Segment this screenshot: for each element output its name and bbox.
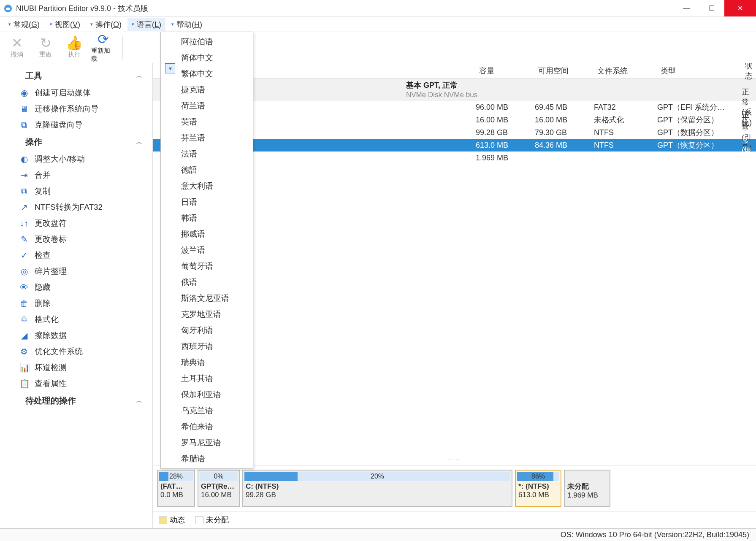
language-option[interactable]: 芬兰语 bbox=[161, 130, 253, 146]
sidebar-item[interactable]: 👁隐藏 bbox=[0, 279, 152, 295]
minimize-button[interactable]: — bbox=[674, 0, 699, 16]
language-option[interactable]: 阿拉伯语 bbox=[161, 34, 253, 50]
sidebar-item[interactable]: ♲格式化 bbox=[0, 311, 152, 327]
sidebar-icon: ↗ bbox=[19, 202, 29, 212]
disk-map: 28%(FAT…0.0 MB0%GPT(Re…16.00 MB20%C: (NT… bbox=[153, 465, 756, 511]
sidebar-item[interactable]: 📋查看属性 bbox=[0, 376, 152, 392]
partition-box[interactable]: 86%*: (NTFS)613.0 MB bbox=[515, 470, 561, 507]
menu-help[interactable]: ▾帮助(H) bbox=[167, 18, 206, 31]
sidebar-icon: ⧉ bbox=[19, 120, 29, 130]
sidebar-item[interactable]: ↓↑更改盘符 bbox=[0, 215, 152, 231]
language-option[interactable]: 韩语 bbox=[161, 210, 253, 226]
sidebar-icon: 🖥 bbox=[19, 104, 29, 114]
menu-general[interactable]: ▾常规(G) bbox=[4, 18, 44, 31]
sidebar-item[interactable]: ✎更改卷标 bbox=[0, 231, 152, 247]
partition-box[interactable]: 未分配1.969 MB bbox=[564, 470, 610, 507]
sidebar-item[interactable]: ◉创建可启动媒体 bbox=[0, 85, 152, 101]
language-option[interactable]: 俄语 bbox=[161, 274, 253, 290]
column-header[interactable]: 可用空间 bbox=[535, 66, 594, 76]
tool-redo[interactable]: ↻重做 bbox=[34, 36, 57, 59]
sidebar-item[interactable]: ⇥合并 bbox=[0, 167, 152, 183]
language-option[interactable]: 葡萄牙语 bbox=[161, 258, 253, 274]
column-header[interactable]: 状态 bbox=[742, 63, 756, 81]
language-option[interactable]: 意大利语 bbox=[161, 178, 253, 194]
menubar: ▾常规(G)▾视图(V)▾操作(O)▾语言(L)▾帮助(H) bbox=[0, 17, 756, 32]
sidebar-item[interactable]: ⧉克隆磁盘向导 bbox=[0, 117, 152, 133]
legend-swatch bbox=[159, 517, 167, 524]
language-option[interactable]: 罗马尼亚语 bbox=[161, 435, 253, 451]
sidebar-item[interactable]: ◎碎片整理 bbox=[0, 263, 152, 279]
language-option[interactable]: 瑞典语 bbox=[161, 354, 253, 371]
sidebar-icon: ◢ bbox=[19, 330, 29, 341]
sidebar-icon: ⇥ bbox=[19, 170, 29, 180]
language-option[interactable]: 土耳其语 bbox=[161, 371, 253, 387]
language-option[interactable]: 德語 bbox=[161, 162, 253, 178]
menu-operate[interactable]: ▾操作(O) bbox=[86, 18, 126, 31]
language-option[interactable]: 希伯来语 bbox=[161, 419, 253, 435]
language-option[interactable]: 挪威语 bbox=[161, 226, 253, 242]
sidebar-label: 查看属性 bbox=[35, 378, 67, 389]
tool-icon: ↻ bbox=[40, 36, 51, 50]
legend-item: 动态 bbox=[159, 515, 185, 525]
titlebar: NIUBI Partition Editor v9.9.0 - 技术员版 — ☐… bbox=[0, 0, 756, 17]
language-option[interactable]: 保加利亚语 bbox=[161, 387, 253, 403]
sidebar-section-head[interactable]: 操作︿ bbox=[0, 133, 152, 151]
part-size: 99.28 GB bbox=[243, 491, 512, 499]
language-option[interactable]: 波兰语 bbox=[161, 242, 253, 258]
language-option[interactable]: 繁体中文 bbox=[161, 66, 253, 82]
tool-label: 重做 bbox=[39, 51, 52, 59]
svg-rect-1 bbox=[6, 8, 10, 10]
chevron-down-icon: ▾ bbox=[171, 22, 174, 27]
tool-label: 执行 bbox=[68, 51, 81, 59]
sidebar-icon: 📋 bbox=[19, 379, 29, 389]
sidebar-item[interactable]: 🖥迁移操作系统向导 bbox=[0, 101, 152, 117]
menu-view[interactable]: ▾视图(V) bbox=[46, 18, 84, 31]
column-header[interactable]: 类型 bbox=[657, 66, 742, 76]
sidebar-item[interactable]: 🗑删除 bbox=[0, 295, 152, 311]
language-option[interactable]: 希腊语 bbox=[161, 451, 253, 467]
partition-box[interactable]: 0%GPT(Re…16.00 MB bbox=[198, 470, 240, 507]
language-option[interactable]: 英语 bbox=[161, 114, 253, 130]
sidebar-item[interactable]: ◢擦除数据 bbox=[0, 327, 152, 344]
sidebar-item[interactable]: ◐调整大小/移动 bbox=[0, 151, 152, 167]
tool-apply[interactable]: 👍执行 bbox=[62, 36, 86, 59]
chevron-up-icon: ︿ bbox=[136, 138, 142, 146]
column-header[interactable]: 文件系统 bbox=[594, 66, 657, 76]
language-option[interactable]: 斯洛文尼亚语 bbox=[161, 290, 253, 306]
language-option[interactable]: 西班牙语 bbox=[161, 338, 253, 354]
column-header[interactable]: 容量 bbox=[476, 66, 535, 76]
sidebar-label: 创建可启动媒体 bbox=[35, 87, 91, 98]
language-option[interactable]: 乌克兰语 bbox=[161, 403, 253, 419]
close-button[interactable]: ✕ bbox=[724, 0, 756, 16]
language-option[interactable]: 匈牙利语 bbox=[161, 322, 253, 338]
sidebar-icon: 👁 bbox=[19, 283, 29, 292]
sidebar-section-head[interactable]: 工具︿ bbox=[0, 67, 152, 85]
sidebar-icon: ◐ bbox=[19, 154, 29, 164]
maximize-button[interactable]: ☐ bbox=[699, 0, 724, 16]
part-name: (FAT… bbox=[158, 482, 194, 491]
sidebar-item[interactable]: ✓检查 bbox=[0, 247, 152, 263]
part-name: *: (NTFS) bbox=[516, 482, 561, 491]
part-name: C: (NTFS) bbox=[243, 482, 512, 491]
sidebar-label: 隐藏 bbox=[35, 282, 51, 293]
tool-label: 撤消 bbox=[11, 51, 23, 59]
sidebar-item[interactable]: 📊坏道检测 bbox=[0, 360, 152, 376]
sidebar-item[interactable]: ⧉复制 bbox=[0, 183, 152, 199]
tool-undo[interactable]: ✕撤消 bbox=[5, 36, 29, 59]
partition-box[interactable]: 20%C: (NTFS)99.28 GB bbox=[242, 470, 512, 507]
sidebar-section-head[interactable]: 待处理的操作︿ bbox=[0, 392, 152, 410]
sidebar-icon: ⚙ bbox=[19, 346, 29, 357]
sidebar-item[interactable]: ↗NTFS转换为FAT32 bbox=[0, 199, 152, 215]
language-option[interactable]: 日语 bbox=[161, 194, 253, 210]
language-option[interactable]: 法语 bbox=[161, 146, 253, 162]
pct-bar: 86% bbox=[517, 472, 559, 481]
language-option[interactable]: 简体中文▾ bbox=[161, 50, 253, 66]
language-option[interactable]: 克罗地亚语 bbox=[161, 306, 253, 322]
tool-reload[interactable]: ⟳重新加载 bbox=[91, 32, 115, 63]
sidebar-item[interactable]: ⚙优化文件系统 bbox=[0, 344, 152, 360]
menu-language[interactable]: ▾语言(L) bbox=[127, 18, 165, 31]
language-option[interactable]: 捷克语 bbox=[161, 82, 253, 98]
partition-box[interactable]: 28%(FAT…0.0 MB bbox=[157, 470, 195, 507]
language-option[interactable]: 荷兰语 bbox=[161, 98, 253, 114]
pct-bar: 28% bbox=[159, 472, 193, 481]
